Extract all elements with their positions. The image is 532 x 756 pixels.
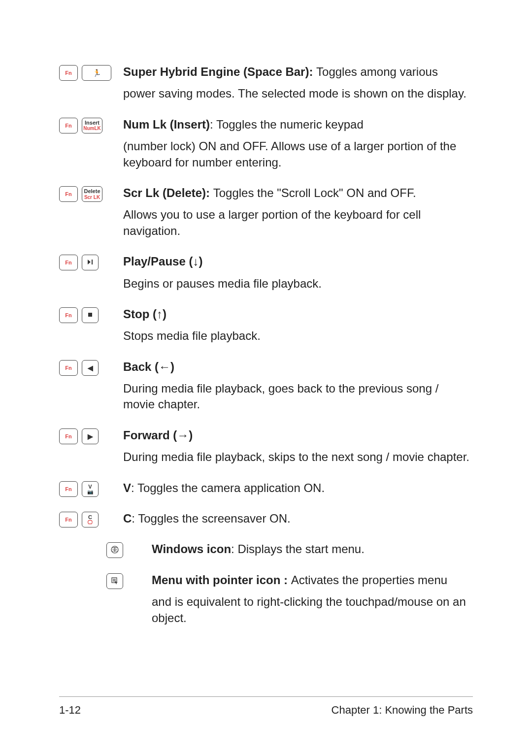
keys-fwd: Fn ▶ xyxy=(59,428,123,444)
key-fn-label: Fn xyxy=(65,70,71,76)
key-fn: Fn xyxy=(59,428,78,444)
entry-win: Windows icon: Displays the start menu. xyxy=(59,541,473,563)
screensaver-icon: 🖵 xyxy=(88,520,93,525)
keys-win xyxy=(59,542,152,558)
entry-v: Fn V 📷 V: Toggles the camera application… xyxy=(59,480,473,502)
entry-c: Fn C 🖵 C: Toggles the screensaver ON. xyxy=(59,511,473,532)
title: Stop (↑) xyxy=(123,307,166,321)
key-spacebar: 🏃 xyxy=(82,65,111,81)
menu-pointer-icon xyxy=(111,577,119,586)
key-delete: Delete Scr LK xyxy=(82,186,102,202)
desc-stop: Stop (↑) Stops media file playback. xyxy=(123,306,473,350)
title: Play/Pause (↓) xyxy=(123,255,202,268)
keys-v: Fn V 📷 xyxy=(59,481,123,497)
previous-track-icon: ◀ xyxy=(88,364,93,371)
p2: During media file playback, goes back to… xyxy=(123,381,473,413)
key-fn-label: Fn xyxy=(65,123,71,129)
keys-menu xyxy=(59,573,152,589)
p2: Allows you to use a larger portion of th… xyxy=(123,207,473,239)
desc-fwd: Forward (→) During media file playback, … xyxy=(123,427,473,471)
key-stop xyxy=(82,307,99,323)
key-fn: Fn xyxy=(59,118,78,133)
key-fn-label: Fn xyxy=(65,365,71,371)
desc-play: Play/Pause (↓) Begins or pauses media fi… xyxy=(123,254,473,297)
p2: During media file playback, skips to the… xyxy=(123,449,473,465)
play-pause-icon xyxy=(87,259,94,266)
key-fn: Fn xyxy=(59,186,78,202)
title: Forward (→) xyxy=(123,428,193,442)
stop-icon xyxy=(87,312,93,319)
windows-icon xyxy=(111,546,119,555)
key-menu xyxy=(106,573,123,589)
desc-v: V: Toggles the camera application ON. xyxy=(123,480,473,502)
key-fn-label: Fn xyxy=(65,312,71,318)
key-fn: Fn xyxy=(59,481,78,497)
keys-space: Fn 🏃 xyxy=(59,65,123,81)
entry-fwd: Fn ▶ Forward (→) During media file playb… xyxy=(59,427,473,471)
key-fn-label: Fn xyxy=(65,433,71,439)
key-fn: Fn xyxy=(59,512,78,527)
running-man-icon: 🏃 xyxy=(93,69,101,76)
p2: Begins or pauses media file playback. xyxy=(123,276,473,292)
key-fn: Fn xyxy=(59,65,78,81)
entry-back: Fn ◀ Back (←) During media file playback… xyxy=(59,359,473,419)
lead: : Toggles the numeric keypad xyxy=(210,118,364,131)
title: Windows icon xyxy=(152,542,231,556)
key-delete-top: Delete xyxy=(84,188,100,194)
key-insert: Insert NumLK xyxy=(82,118,102,133)
key-fn: Fn xyxy=(59,307,78,323)
title: Menu with pointer icon : xyxy=(152,573,291,587)
lead: Toggles among various xyxy=(316,65,438,78)
key-insert-bot: NumLK xyxy=(83,126,101,131)
lead: : Displays the start menu. xyxy=(231,542,365,556)
key-delete-bot: Scr LK xyxy=(84,195,100,200)
keys-stop: Fn xyxy=(59,307,123,323)
desc-menu: Menu with pointer icon : Activates the p… xyxy=(152,572,473,632)
desc-win: Windows icon: Displays the start menu. xyxy=(152,541,473,563)
entry-numlk: Fn Insert NumLK Num Lk (Insert): Toggles… xyxy=(59,117,473,176)
entry-play: Fn Play/Pause (↓) Begins or pauses media… xyxy=(59,254,473,297)
p2: (number lock) ON and OFF. Allows use of … xyxy=(123,138,473,170)
keys-back: Fn ◀ xyxy=(59,360,123,376)
page-footer: 1-12 Chapter 1: Knowing the Parts xyxy=(59,696,473,717)
keys-numlk: Fn Insert NumLK xyxy=(59,118,123,133)
title: Super Hybrid Engine (Space Bar): xyxy=(123,65,316,78)
key-v-top: V xyxy=(88,484,92,490)
p2: and is equivalent to right-clicking the … xyxy=(152,594,473,626)
chapter-label: Chapter 1: Knowing the Parts xyxy=(332,704,473,717)
keys-play: Fn xyxy=(59,255,123,270)
key-fn: Fn xyxy=(59,360,78,376)
key-fn-label: Fn xyxy=(65,517,71,523)
desc-scrlk: Scr Lk (Delete): Toggles the "Scroll Loc… xyxy=(123,185,473,245)
key-insert-top: Insert xyxy=(85,120,100,126)
camera-icon: 📷 xyxy=(87,490,93,494)
entry-menu: Menu with pointer icon : Activates the p… xyxy=(59,572,473,632)
key-play xyxy=(82,255,99,270)
lead: : Toggles the camera application ON. xyxy=(131,481,325,494)
key-v: V 📷 xyxy=(82,481,99,497)
key-fn-label: Fn xyxy=(65,486,71,492)
entry-scrlk: Fn Delete Scr LK Scr Lk (Delete): Toggle… xyxy=(59,185,473,245)
desc-numlk: Num Lk (Insert): Toggles the numeric key… xyxy=(123,117,473,176)
lead: Activates the properties menu xyxy=(291,573,448,587)
key-back: ◀ xyxy=(82,360,99,376)
entry-space: Fn 🏃 Super Hybrid Engine (Space Bar): To… xyxy=(59,64,473,108)
key-forward: ▶ xyxy=(82,428,99,444)
page-number: 1-12 xyxy=(59,704,81,717)
key-fn: Fn xyxy=(59,255,78,270)
keys-scrlk: Fn Delete Scr LK xyxy=(59,186,123,202)
p2: Stops media file playback. xyxy=(123,328,473,344)
desc-space: Super Hybrid Engine (Space Bar): Toggles… xyxy=(123,64,473,108)
title: Num Lk (Insert) xyxy=(123,118,210,131)
svg-rect-0 xyxy=(88,313,92,317)
title: Scr Lk (Delete): xyxy=(123,186,213,199)
title: C xyxy=(123,512,132,525)
lead: Toggles the "Scroll Lock" ON and OFF. xyxy=(213,186,416,199)
title: Back (←) xyxy=(123,360,174,373)
key-c: C 🖵 xyxy=(82,512,99,527)
key-fn-label: Fn xyxy=(65,260,71,265)
title: V xyxy=(123,481,131,494)
entry-stop: Fn Stop (↑) Stops media file playback. xyxy=(59,306,473,350)
next-track-icon: ▶ xyxy=(88,433,93,440)
key-windows xyxy=(106,542,123,558)
